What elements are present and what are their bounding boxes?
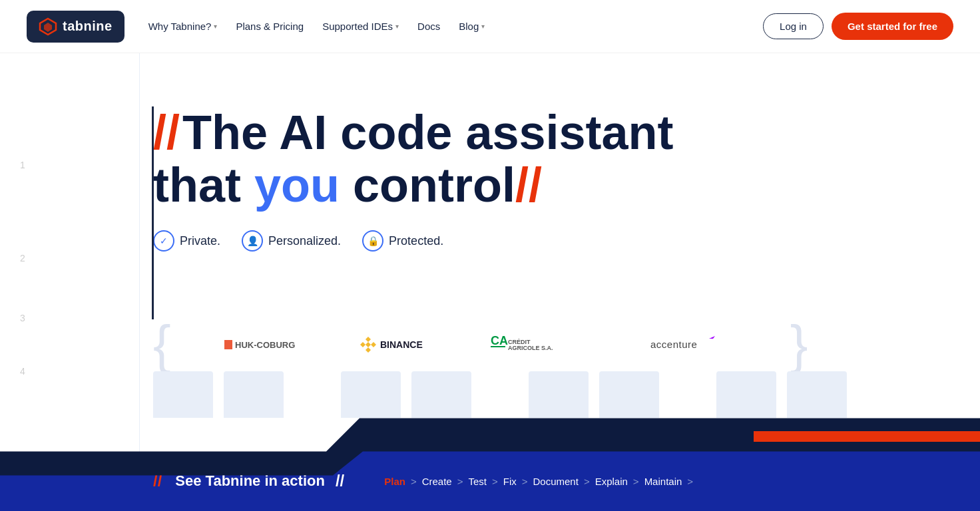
bottom-nav-explain[interactable]: Explain [595, 476, 628, 487]
logo-credit-agricole: CA CRÉDIT AGRICOLE S.A. [491, 335, 597, 355]
bottom-nav-fix[interactable]: Fix [503, 476, 517, 487]
svg-marker-6 [371, 342, 376, 347]
hero-slashes: // [153, 106, 180, 159]
badge-protected: 🔒 Protected. [362, 230, 443, 252]
main-content: 1 2 3 4 5 //The AI code assistant that y… [0, 0, 980, 511]
nav-plans-pricing[interactable]: Plans & Pricing [236, 21, 304, 32]
bg-block [153, 371, 213, 418]
logo-text: tabnine [63, 19, 113, 34]
bottom-slashes-right: // [336, 472, 344, 490]
logo-binance: BINANCE [358, 335, 437, 355]
bottom-nav-sep-6: > [633, 476, 639, 487]
svg-marker-4 [366, 342, 371, 347]
bg-block [599, 371, 659, 418]
logo[interactable]: tabnine [27, 11, 124, 43]
hero-section: //The AI code assistant that you control… [0, 53, 980, 291]
svg-marker-5 [360, 342, 366, 347]
bottom-nav-test[interactable]: Test [468, 476, 487, 487]
svg-text:accenture: accenture [650, 339, 697, 350]
nav-supported-ides[interactable]: Supported IDEs ▾ [322, 21, 399, 32]
svg-rect-2 [224, 340, 232, 349]
bottom-nav-sep-3: > [492, 476, 498, 487]
bottom-nav-sep-4: > [522, 476, 528, 487]
bg-block [529, 371, 589, 418]
svg-text:HUK-COBURG: HUK-COBURG [235, 340, 295, 350]
badge-private: ✓ Private. [153, 230, 220, 252]
get-started-button[interactable]: Get started for free [832, 13, 953, 40]
hero-decorator [152, 106, 154, 319]
bottom-nav-sep-2: > [457, 476, 463, 487]
svg-marker-15 [709, 336, 715, 339]
nav-docs[interactable]: Docs [417, 21, 440, 32]
bg-block [787, 371, 847, 418]
logos-section: { HUK-COBURG BINANCE CA CRÉ [0, 291, 980, 398]
nav-why-tabnine[interactable]: Why Tabnine? ▾ [148, 21, 218, 32]
bottom-nav-sep-7: > [687, 476, 693, 487]
bottom-nav-sep-5: > [584, 476, 590, 487]
badge-private-label: Private. [180, 234, 220, 248]
huk-coburg-logo: HUK-COBURG [224, 335, 304, 355]
logo-accenture: accenture [650, 335, 737, 355]
bg-block [224, 371, 284, 418]
svg-marker-7 [366, 337, 371, 342]
bottom-nav-maintain[interactable]: Maintain [644, 476, 682, 487]
logo-huk-coburg: HUK-COBURG [224, 335, 304, 355]
brace-close: } [790, 318, 808, 371]
bottom-nav-document[interactable]: Document [533, 476, 579, 487]
bottom-nav-create[interactable]: Create [422, 476, 452, 487]
bottom-nav-items: Plan > Create > Test > Fix > Document > … [384, 476, 693, 487]
bottom-section: // See Tabnine in action // Plan > Creat… [0, 418, 980, 511]
binance-logo: BINANCE [358, 335, 437, 355]
logo-icon [39, 17, 57, 36]
credit-agricole-logo: CA CRÉDIT AGRICOLE S.A. [491, 335, 597, 355]
svg-text:BINANCE: BINANCE [380, 339, 423, 350]
hero-slashes-end: // [515, 158, 542, 212]
chevron-down-icon: ▾ [481, 23, 485, 30]
svg-marker-1 [44, 23, 52, 32]
svg-text:AGRICOLE S.A.: AGRICOLE S.A. [508, 345, 553, 351]
background-blocks [153, 371, 980, 418]
badge-protected-label: Protected. [389, 234, 443, 248]
bg-block [341, 371, 401, 418]
bottom-nav-sep-1: > [411, 476, 417, 487]
chevron-down-icon: ▾ [395, 23, 399, 30]
red-accent-bar [754, 431, 980, 442]
nav-links: Why Tabnine? ▾ Plans & Pricing Supported… [148, 21, 485, 32]
person-icon: 👤 [242, 230, 263, 252]
login-button[interactable]: Log in [763, 13, 824, 39]
hero-title: //The AI code assistant that you control… [153, 106, 699, 212]
svg-text:CA: CA [491, 335, 508, 347]
bottom-nav-plan[interactable]: Plan [384, 476, 405, 487]
svg-marker-8 [366, 347, 371, 353]
bg-block [716, 371, 776, 418]
chevron-down-icon: ▾ [214, 23, 217, 30]
hero-badges: ✓ Private. 👤 Personalized. 🔒 Protected. [153, 230, 980, 252]
nav-left: tabnine Why Tabnine? ▾ Plans & Pricing S… [27, 11, 485, 43]
nav-blog[interactable]: Blog ▾ [459, 21, 485, 32]
badge-personalized: 👤 Personalized. [242, 230, 341, 252]
navbar: tabnine Why Tabnine? ▾ Plans & Pricing S… [0, 0, 980, 53]
bg-block [411, 371, 471, 418]
accenture-logo: accenture [650, 335, 737, 355]
check-icon: ✓ [153, 230, 174, 252]
lock-icon: 🔒 [362, 230, 383, 252]
brace-open: { [153, 318, 171, 371]
nav-right: Log in Get started for free [763, 13, 953, 40]
badge-personalized-label: Personalized. [268, 234, 341, 248]
